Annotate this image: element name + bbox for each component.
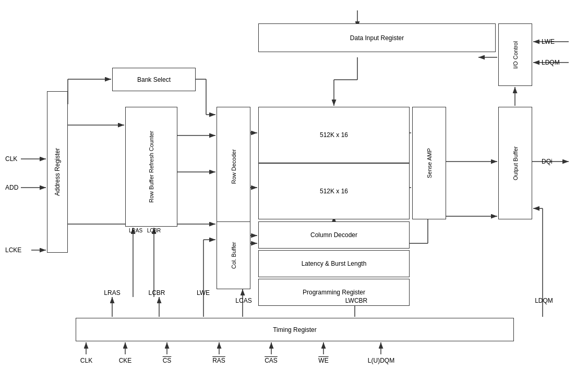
lras-inner-label: LRAS: [129, 228, 138, 233]
ldqm-bot-label: LDQM: [532, 297, 556, 304]
clk-label: CLK: [5, 155, 17, 163]
dqi-right-label: DQi: [542, 158, 553, 165]
io-control-block: I/O Control: [498, 23, 532, 86]
col-buffer-label: Col. Buffer: [231, 242, 237, 269]
diagram: Address Register Bank Select Row Buffer …: [0, 0, 588, 371]
cell-top-label: 512K x 16: [320, 131, 348, 139]
row-decoder-block: Row Decoder: [217, 107, 250, 227]
row-buffer-label: Row Buffer Refresh Counter: [148, 131, 154, 203]
address-register-label: Address Register: [54, 148, 61, 196]
lcbr-inner-label: LCBR: [146, 228, 162, 233]
data-input-reg-label: Data Input Register: [350, 34, 404, 42]
lwe-bot-label: LWE: [194, 289, 212, 296]
timing-register-label: Timing Register: [273, 326, 317, 333]
lwcbr-bot-label: LWCBR: [343, 297, 369, 304]
cs-bottom-label: CS: [159, 357, 175, 364]
column-decoder-label: Column Decoder: [310, 231, 357, 239]
programming-reg-label: Programming Register: [303, 289, 365, 296]
clk-bottom-label: CLK: [77, 357, 95, 364]
sense-amp-label: Sense AMP: [426, 148, 433, 178]
lcbr-bot-label: LCBR: [145, 289, 169, 296]
data-input-reg-block: Data Input Register: [258, 23, 496, 52]
row-buffer-block: Row Buffer Refresh Counter: [125, 107, 177, 227]
lcke-label: LCKE: [5, 246, 21, 254]
sense-amp-block: Sense AMP: [412, 107, 446, 219]
col-buffer-block: Col. Buffer: [217, 221, 250, 289]
ras-bottom-label: RAS: [210, 357, 228, 364]
programming-reg-block: Programming Register: [258, 279, 410, 306]
column-decoder-block: Column Decoder: [258, 221, 410, 249]
io-control-label: I/O Control: [512, 41, 519, 68]
output-buffer-label: Output Buffer: [512, 146, 519, 180]
cell-bot-label: 512K x 16: [320, 188, 348, 195]
cke-bottom-label: CKE: [115, 357, 136, 364]
cas-bottom-label: CAS: [262, 357, 280, 364]
lras-bot-label: LRAS: [102, 289, 123, 296]
cell-top-block: 512K x 16: [258, 107, 410, 163]
add-label: ADD: [5, 184, 18, 191]
ludqm-bottom-label: L(U)DQM: [364, 357, 398, 364]
lcas-bot-label: LCAS: [233, 297, 254, 304]
output-buffer-block: Output Buffer: [498, 107, 532, 219]
we-bottom-label: WE: [316, 357, 331, 364]
ldqm-right-label: LDQM: [542, 59, 560, 66]
timing-register-block: Timing Register: [76, 318, 514, 341]
row-decoder-label: Row Decoder: [231, 150, 237, 184]
latency-burst-block: Latency & Burst Length: [258, 250, 410, 277]
lwe-right-label: LWE: [542, 38, 555, 45]
cell-bot-block: 512K x 16: [258, 163, 410, 219]
bank-select-block: Bank Select: [112, 68, 196, 91]
bank-select-label: Bank Select: [137, 76, 171, 83]
latency-burst-label: Latency & Burst Length: [302, 260, 367, 267]
address-register-block: Address Register: [47, 91, 68, 253]
